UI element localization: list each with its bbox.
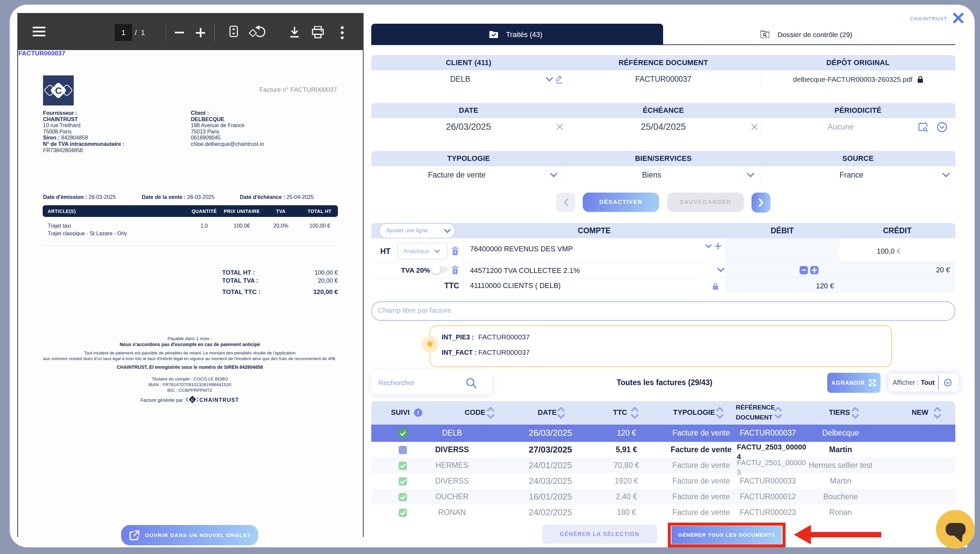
svg-text:C: C: [55, 85, 62, 96]
svg-text:C: C: [191, 398, 194, 402]
